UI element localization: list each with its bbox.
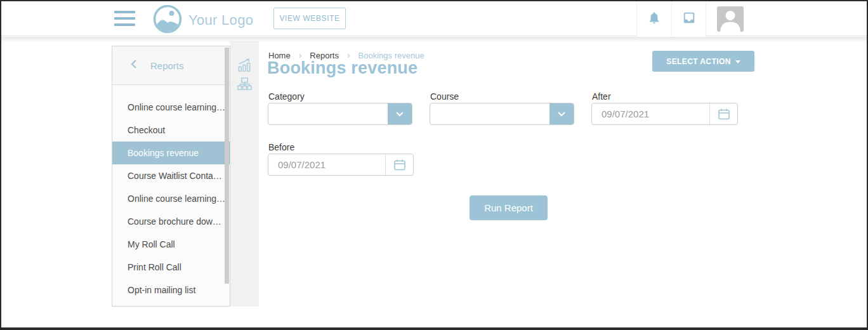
before-calendar-button[interactable] xyxy=(385,154,413,175)
category-select[interactable] xyxy=(268,103,412,125)
logo-text: Your Logo xyxy=(188,12,253,29)
logo: Your Logo xyxy=(152,4,253,37)
hamburger-menu-icon[interactable] xyxy=(114,11,135,26)
inbox-icon xyxy=(682,11,696,27)
top-bar: Your Logo VIEW WEBSITE xyxy=(1,1,867,36)
sidebar-item[interactable]: Course Waitlist Conta… xyxy=(112,164,230,187)
avatar[interactable] xyxy=(717,6,744,32)
sidebar-item[interactable]: Online course learning… xyxy=(112,96,230,119)
sidebar-item[interactable]: Online course learning… xyxy=(112,187,230,210)
chevron-down-icon[interactable] xyxy=(388,103,412,124)
after-date-input[interactable]: 09/07/2021 xyxy=(591,103,738,125)
run-report-button[interactable]: Run Report xyxy=(470,195,548,220)
app-window: Your Logo VIEW WEBSITE xyxy=(0,0,868,330)
course-select[interactable] xyxy=(430,103,574,125)
chevron-left-icon xyxy=(131,60,137,71)
after-label: After xyxy=(592,91,611,102)
sidebar-item[interactable]: Checkout xyxy=(112,119,230,142)
sidebar-header-label: Reports xyxy=(150,60,184,71)
sidebar-back-header[interactable]: Reports xyxy=(112,46,230,85)
caret-down-icon xyxy=(735,60,740,63)
select-action-button[interactable]: SELECT ACTION xyxy=(652,51,754,72)
logo-image-icon xyxy=(152,4,183,37)
sidebar-item[interactable]: Opt-in mailing list xyxy=(112,279,230,301)
sidebar-item[interactable]: Print Roll Call xyxy=(112,256,230,279)
chevron-down-icon[interactable] xyxy=(549,103,574,124)
sidebar-item[interactable]: Course brochure dow… xyxy=(112,210,230,233)
notifications-button[interactable] xyxy=(636,1,671,36)
before-date-input[interactable]: 09/07/2021 xyxy=(268,154,414,176)
topbar-shadow xyxy=(1,37,867,43)
sitemap-icon[interactable] xyxy=(237,77,252,91)
sidebar-item-list: Online course learning… Checkout Booking… xyxy=(112,85,230,301)
before-label: Before xyxy=(268,142,294,152)
sidebar-item-bookings-revenue[interactable]: Bookings revenue xyxy=(112,142,230,164)
inbox-button[interactable] xyxy=(671,1,706,36)
before-date-value: 09/07/2021 xyxy=(268,159,326,170)
after-calendar-button[interactable] xyxy=(709,103,737,124)
after-date-value: 09/07/2021 xyxy=(592,109,649,119)
select-action-label: SELECT ACTION xyxy=(666,57,730,66)
sidebar-item[interactable]: My Roll Call xyxy=(112,233,230,256)
view-website-button[interactable]: VIEW WEBSITE xyxy=(273,8,346,29)
bell-icon xyxy=(647,11,661,27)
course-label: Course xyxy=(430,91,459,102)
bar-chart-trend-icon[interactable] xyxy=(237,58,252,72)
reports-submenu-panel: Reports Online course learning… Checkout… xyxy=(112,46,230,307)
page-title: Bookings revenue xyxy=(267,58,418,78)
sidebar-scrollbar[interactable] xyxy=(225,48,229,284)
collapsed-nav-strip xyxy=(230,41,259,307)
category-label: Category xyxy=(268,91,305,102)
